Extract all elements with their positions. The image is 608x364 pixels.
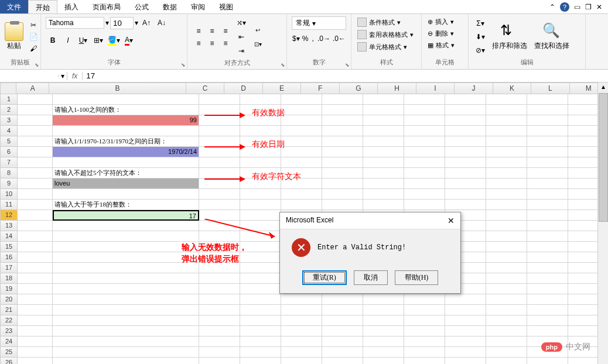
cell-H11[interactable] [404,200,445,210]
cell-B5[interactable]: 请输入1/1/1970-12/31/1970之间的日期： [53,136,199,147]
cell-G25[interactable] [363,347,404,358]
cell-A24[interactable] [18,336,53,347]
cell-B12[interactable]: 17 [53,210,199,221]
cell-B20[interactable] [53,294,199,305]
cell-D26[interactable] [240,358,281,364]
cell-K23[interactable] [527,326,568,336]
close-icon[interactable]: ✕ [596,3,602,11]
cell-I21[interactable] [445,305,486,315]
italic-button[interactable]: I [61,34,75,47]
cell-C19[interactable] [199,284,240,294]
sort-filter-button[interactable]: ⇅ 排序和筛选 [490,20,530,53]
cell-K21[interactable] [527,305,568,315]
tab-layout[interactable]: 页面布局 [86,0,128,13]
cell-G21[interactable] [363,305,404,315]
col-header-F[interactable]: F [301,83,339,94]
copy-icon[interactable]: 📄 [28,32,39,42]
cell-J18[interactable] [486,273,527,284]
cell-B2[interactable]: 请输入1-100之间的数： [53,105,199,115]
cell-B24[interactable] [53,336,199,347]
cell-D21[interactable] [240,305,281,315]
cell-E2[interactable] [281,105,322,115]
cell-K6[interactable] [527,147,568,157]
cell-K16[interactable] [527,252,568,263]
row-header-15[interactable]: 15 [0,242,18,252]
cell-B25[interactable] [53,347,199,358]
underline-button[interactable]: U▾ [76,34,90,47]
cell-B18[interactable] [53,273,199,284]
cell-G20[interactable] [363,294,404,305]
cell-J25[interactable] [486,347,527,358]
row-header-8[interactable]: 8 [0,168,18,178]
cell-B26[interactable] [53,358,199,364]
cell-D24[interactable] [240,336,281,347]
col-header-J[interactable]: J [455,83,493,94]
font-color-button[interactable]: A▾ [122,34,136,47]
cell-J7[interactable] [486,157,527,168]
cell-H26[interactable] [404,358,445,364]
cell-D22[interactable] [240,315,281,326]
size-dropdown-icon[interactable]: ▾ [135,19,138,27]
tab-view[interactable]: 视图 [212,0,240,13]
cell-A6[interactable] [18,147,53,157]
cell-A21[interactable] [18,305,53,315]
tab-review[interactable]: 审阅 [184,0,212,13]
cell-C7[interactable] [199,157,240,168]
cell-D1[interactable] [240,94,281,105]
cell-B23[interactable] [53,326,199,336]
cell-I11[interactable] [445,200,486,210]
cell-J6[interactable] [486,147,527,157]
decrease-font-icon[interactable]: A↓ [155,16,169,29]
cell-K8[interactable] [527,168,568,178]
cell-G10[interactable] [363,189,404,200]
cell-G23[interactable] [363,326,404,336]
cell-J4[interactable] [486,126,527,136]
cell-F9[interactable] [322,178,363,189]
cell-H6[interactable] [404,147,445,157]
cell-C22[interactable] [199,315,240,326]
cell-I5[interactable] [445,136,486,147]
cell-C21[interactable] [199,305,240,315]
cell-A20[interactable] [18,294,53,305]
cell-C20[interactable] [199,294,240,305]
tab-formula[interactable]: 公式 [128,0,156,13]
cell-F26[interactable] [322,358,363,364]
cell-A5[interactable] [18,136,53,147]
cell-F21[interactable] [322,305,363,315]
cell-G22[interactable] [363,315,404,326]
col-header-C[interactable]: C [186,83,224,94]
cell-C10[interactable] [199,189,240,200]
increase-indent-icon[interactable]: ⇥ [234,44,248,57]
increase-font-icon[interactable]: A↑ [139,16,153,29]
cell-J26[interactable] [486,358,527,364]
cell-H10[interactable] [404,189,445,200]
cell-F22[interactable] [322,315,363,326]
cell-G11[interactable] [363,200,404,210]
cell-A4[interactable] [18,126,53,136]
row-header-10[interactable]: 10 [0,189,18,200]
row-header-25[interactable]: 25 [0,347,18,358]
number-format-select[interactable]: 常规▾ [292,16,346,30]
cell-G9[interactable] [363,178,404,189]
cell-E6[interactable] [281,147,322,157]
row-header-22[interactable]: 22 [0,315,18,326]
wrap-text-icon[interactable]: ↩ [251,23,265,36]
cell-B4[interactable] [53,126,199,136]
cell-F7[interactable] [322,157,363,168]
cell-H25[interactable] [404,347,445,358]
cell-I7[interactable] [445,157,486,168]
cell-I4[interactable] [445,126,486,136]
cell-E23[interactable] [281,326,322,336]
cell-A11[interactable] [18,200,53,210]
cell-A14[interactable] [18,231,53,242]
cell-A22[interactable] [18,315,53,326]
formula-input[interactable] [83,70,608,81]
cell-C4[interactable] [199,126,240,136]
cell-A23[interactable] [18,326,53,336]
cell-E24[interactable] [281,336,322,347]
cell-D11[interactable] [240,200,281,210]
row-header-4[interactable]: 4 [0,126,18,136]
cell-E1[interactable] [281,94,322,105]
tab-file[interactable]: 文件 [0,0,28,13]
minimize-ribbon-icon[interactable]: ⌃ [549,3,555,11]
